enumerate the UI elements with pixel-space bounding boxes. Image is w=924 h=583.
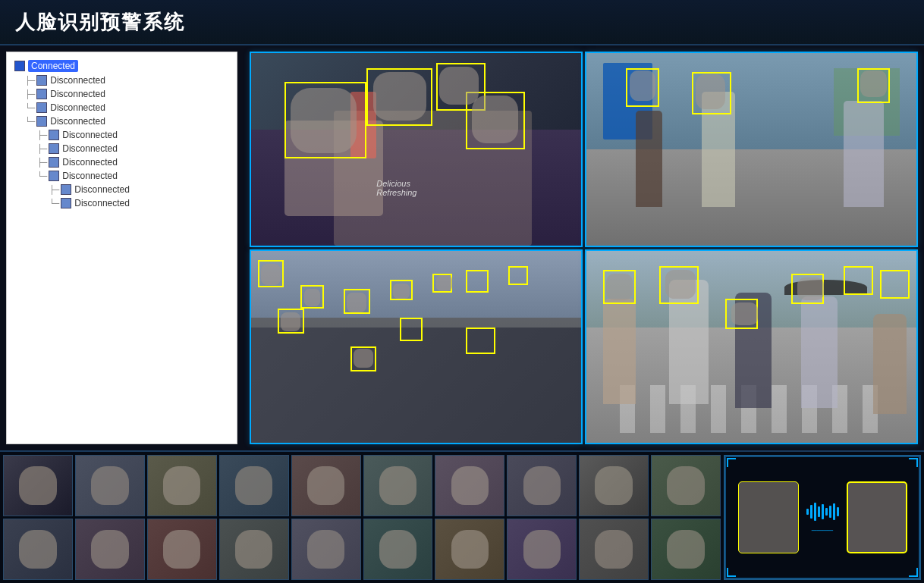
blurred-face <box>291 88 357 153</box>
thumb-16[interactable] <box>363 519 433 580</box>
blurred-face <box>472 96 518 143</box>
camera-tree[interactable]: Connected ├─ Disconnected ├─ Disconnecte… <box>6 52 237 444</box>
video-cell-4[interactable] <box>585 249 918 445</box>
thumb-19[interactable] <box>579 519 649 580</box>
corner-decoration-tl <box>727 458 736 467</box>
blurred-face <box>696 74 725 109</box>
thumb-7[interactable] <box>435 455 504 516</box>
video-cell-3[interactable] <box>250 249 583 445</box>
tree-item-7[interactable]: ├─ Disconnected <box>13 155 231 169</box>
main-container: Connected ├─ Disconnected ├─ Disconnecte… <box>0 45 924 583</box>
tree-connector: └─ <box>25 103 35 113</box>
thumb-11[interactable] <box>3 519 73 580</box>
video-feed-4 <box>586 251 916 444</box>
tree-icon <box>49 130 59 140</box>
corner-decoration-bl <box>727 568 736 577</box>
thumb-4[interactable] <box>219 455 289 516</box>
tree-label: Disconnected <box>62 143 118 154</box>
tree-connector: ├─ <box>49 185 59 195</box>
blurred-face <box>347 293 366 312</box>
thumb-6[interactable] <box>363 455 433 516</box>
video-grid: DeliciousRefreshing <box>244 45 924 450</box>
face-box <box>400 318 423 340</box>
tree-item-3[interactable]: └─ Disconnected <box>13 101 231 114</box>
tree-label: Disconnected <box>50 89 105 99</box>
thumb-18[interactable] <box>507 519 577 580</box>
bottom-panel: ──── <box>0 450 924 583</box>
blurred-face <box>393 284 410 299</box>
tree-icon <box>61 198 71 208</box>
thumb-13[interactable] <box>147 519 217 580</box>
thumb-8[interactable] <box>507 455 577 516</box>
video-feed-1: DeliciousRefreshing <box>251 53 581 246</box>
thumb-1[interactable] <box>3 455 73 516</box>
tree-item-10[interactable]: └─ Disconnected <box>13 196 231 210</box>
tree-label: Disconnected <box>74 198 130 208</box>
app-title: 人脸识别预警系统 <box>15 9 185 36</box>
tree-item-5[interactable]: ├─ Disconnected <box>13 128 231 142</box>
tree-connector: ├─ <box>37 144 47 154</box>
tree-label: Disconnected <box>50 75 105 86</box>
thumb-14[interactable] <box>219 519 289 580</box>
tree-item-2[interactable]: ├─ Disconnected <box>13 87 231 101</box>
tree-icon <box>36 102 47 113</box>
video-cell-1[interactable]: DeliciousRefreshing <box>250 52 583 247</box>
face-thumbnails <box>3 455 721 580</box>
tree-item-4[interactable]: └─ Disconnected <box>13 114 231 128</box>
thumb-20[interactable] <box>651 519 721 580</box>
thumb-12[interactable] <box>75 519 145 580</box>
video-cell-2[interactable] <box>585 52 918 247</box>
tree-label: Disconnected <box>62 157 118 168</box>
face-box <box>508 266 528 285</box>
match-line: ──── <box>812 526 833 534</box>
tree-icon <box>61 184 71 195</box>
tree-icon <box>49 171 59 181</box>
tree-icon <box>49 157 59 168</box>
blurred-face <box>860 71 887 97</box>
tree-connector: ├─ <box>25 89 35 99</box>
tree-icon <box>14 61 25 71</box>
tree-connector: ├─ <box>25 76 35 86</box>
blurred-face <box>373 72 426 120</box>
thumb-5[interactable] <box>291 455 361 516</box>
corner-decoration-br <box>909 568 918 577</box>
thumb-10[interactable] <box>651 455 721 516</box>
blurred-face <box>354 349 373 368</box>
tree-icon <box>49 143 59 154</box>
thumb-2[interactable] <box>75 455 145 516</box>
tree-item-9[interactable]: ├─ Disconnected <box>13 183 231 196</box>
blurred-face <box>439 67 479 105</box>
tree-label: Disconnected <box>50 116 105 127</box>
top-section: Connected ├─ Disconnected ├─ Disconnecte… <box>0 45 924 450</box>
video-feed-3 <box>251 251 581 444</box>
tree-item-0[interactable]: Connected <box>13 58 231 74</box>
thumb-3[interactable] <box>147 455 217 516</box>
app-header: 人脸识别预警系统 <box>0 0 924 45</box>
tree-item-6[interactable]: ├─ Disconnected <box>13 142 231 155</box>
blurred-face <box>436 275 453 290</box>
tree-label: Disconnected <box>62 171 118 181</box>
blurred-face <box>261 264 281 285</box>
blurred-face <box>665 270 695 299</box>
face-box <box>880 270 910 299</box>
tree-icon <box>36 116 47 127</box>
face-box <box>466 270 489 293</box>
thumb-9[interactable] <box>579 455 649 516</box>
face-box <box>844 266 873 295</box>
face-box <box>466 328 495 354</box>
waveform <box>806 500 839 523</box>
face-result-image-left <box>738 481 799 553</box>
blurred-face <box>606 274 633 300</box>
blurred-face <box>281 312 300 331</box>
thumb-17[interactable] <box>435 519 504 580</box>
tree-connector: ├─ <box>37 158 47 168</box>
face-recognition-panel: ──── <box>724 455 921 580</box>
tree-icon <box>36 75 47 86</box>
tree-icon <box>36 89 47 99</box>
corner-decoration-tr <box>909 458 918 467</box>
thumb-15[interactable] <box>291 519 361 580</box>
tree-connector: └─ <box>49 199 59 208</box>
tree-item-8[interactable]: └─ Disconnected <box>13 169 231 183</box>
tree-label: Connected <box>28 60 78 72</box>
tree-item-1[interactable]: ├─ Disconnected <box>13 74 231 87</box>
